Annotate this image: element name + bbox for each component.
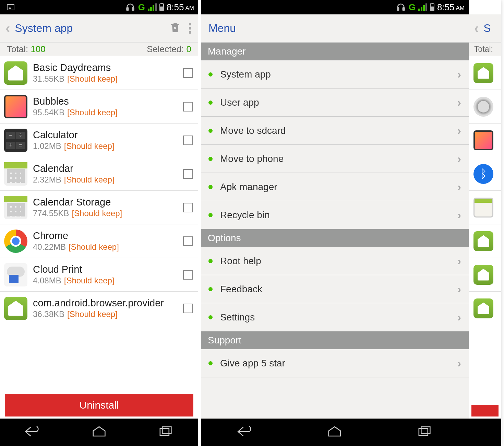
app-checkbox[interactable] (183, 236, 193, 246)
network-type: G (138, 2, 145, 13)
app-row[interactable]: Cloud Print4.08MB[Should keep] (0, 258, 198, 292)
app-size: 774.55KB (33, 209, 69, 218)
signal-icon (418, 3, 427, 11)
menu-item-label: System app (220, 69, 457, 80)
nav-home-button[interactable] (90, 425, 108, 440)
nav-back-button[interactable] (237, 425, 254, 440)
nav-home-button[interactable] (326, 425, 344, 440)
app-row[interactable]: Calendar Storage774.55KB[Should keep] (0, 191, 198, 224)
bullet-icon (208, 72, 213, 77)
menu-item[interactable]: Move to sdcard› (201, 117, 469, 145)
app-size: 1.02MB (33, 141, 61, 151)
menu-item[interactable]: Root help› (201, 247, 469, 275)
app-header: ‹ System app (0, 14, 198, 43)
app-row-peek[interactable] (469, 191, 501, 224)
menu-item-label: Give app 5 star (220, 358, 457, 369)
chevron-right-icon: › (457, 310, 461, 324)
nav-back-button[interactable] (24, 425, 42, 440)
menu-item-label: Recycle bin (220, 210, 457, 221)
app-row-peek[interactable] (469, 56, 501, 90)
menu-item-label: Root help (220, 256, 457, 267)
image-icon (7, 4, 14, 10)
nav-recent-button[interactable] (415, 425, 433, 440)
app-keep-badge: [Should keep] (64, 141, 115, 151)
background-screen-peek: ‹ S Total: ᛒ (469, 0, 501, 446)
app-name: Bubbles (33, 96, 180, 107)
app-row[interactable]: −÷+=Calculator1.02MB[Should keep] (0, 124, 198, 157)
app-checkbox[interactable] (183, 203, 193, 212)
app-row[interactable]: Calendar2.32MB[Should keep] (0, 157, 198, 191)
chevron-right-icon: › (457, 254, 461, 268)
app-size: 36.38KB (33, 309, 64, 319)
app-keep-badge: [Should keep] (64, 175, 115, 184)
battery-icon (159, 3, 164, 11)
app-row[interactable]: com.android.browser.provider36.38KB[Shou… (0, 292, 198, 325)
nav-bar (0, 419, 198, 446)
svg-rect-3 (162, 427, 171, 434)
menu-item[interactable]: Move to phone› (201, 145, 469, 173)
status-bar: G 8:55 AM (201, 0, 469, 14)
app-list[interactable]: Basic Daydreams31.55KB[Should keep]Bubbl… (0, 56, 198, 394)
uninstall-button-peek[interactable] (471, 405, 499, 416)
menu-title: Menu (208, 22, 463, 35)
app-name: Calculator (33, 129, 180, 141)
menu-item[interactable]: Feedback› (201, 275, 469, 303)
menu-item[interactable]: Settings› (201, 303, 469, 331)
selected-label: Selected: (147, 44, 184, 55)
uninstall-button[interactable]: Uninstall (5, 394, 193, 416)
bullet-icon (208, 101, 213, 105)
app-checkbox[interactable] (183, 136, 193, 145)
app-checkbox[interactable] (183, 270, 193, 280)
app-checkbox[interactable] (183, 102, 193, 112)
app-keep-badge: [Should keep] (72, 209, 122, 218)
menu-item[interactable]: User app› (201, 89, 469, 117)
selected-value: 0 (187, 44, 191, 55)
menu-item-label: Settings (220, 312, 457, 323)
app-row[interactable]: Chrome40.22MB[Should keep] (0, 224, 198, 258)
bullet-icon (208, 213, 213, 217)
clock-time: 8:55 (167, 2, 184, 13)
svg-rect-0 (127, 8, 128, 10)
app-row-peek[interactable] (469, 90, 501, 124)
menu-item[interactable]: Give app 5 star› (201, 349, 469, 377)
clock-ampm: AM (185, 5, 194, 12)
app-row-peek[interactable] (469, 258, 501, 292)
back-button[interactable]: ‹ (5, 21, 10, 36)
app-row-peek[interactable] (469, 224, 501, 258)
svg-rect-1 (132, 8, 134, 10)
app-checkbox[interactable] (183, 68, 193, 78)
app-row-peek[interactable] (469, 124, 501, 157)
app-row-peek[interactable] (469, 292, 501, 325)
menu-item[interactable]: System app› (201, 60, 469, 89)
menu-item[interactable]: Apk manager› (201, 173, 469, 201)
app-row-peek[interactable]: ᛒ (469, 157, 501, 191)
menu-item-label: User app (220, 97, 457, 108)
network-type: G (409, 2, 416, 13)
menu-item[interactable]: Recycle bin› (201, 201, 469, 229)
back-button[interactable]: ‹ (474, 21, 479, 36)
app-size: 2.32MB (33, 175, 61, 184)
app-checkbox[interactable] (183, 169, 193, 179)
status-bar: G 8:55 AM (0, 0, 198, 14)
bullet-icon (208, 315, 213, 319)
headphone-icon (125, 2, 135, 12)
trash-button[interactable] (169, 21, 181, 35)
headphone-icon (396, 2, 406, 12)
clock-time: 8:55 (437, 2, 455, 13)
menu-section-header: Manager (201, 43, 469, 60)
app-checkbox[interactable] (183, 304, 193, 313)
chevron-right-icon: › (457, 68, 461, 81)
app-row[interactable]: Bubbles95.54KB[Should keep] (0, 90, 198, 124)
overflow-menu-button[interactable] (188, 22, 193, 35)
app-row[interactable]: Basic Daydreams31.55KB[Should keep] (0, 56, 198, 90)
nav-bar (201, 419, 469, 446)
menu-item-label: Move to sdcard (220, 125, 457, 136)
app-name: Basic Daydreams (33, 62, 180, 73)
nav-recent-button[interactable] (156, 425, 174, 440)
svg-rect-4 (397, 8, 399, 10)
svg-rect-6 (419, 429, 428, 435)
chevron-right-icon: › (457, 96, 461, 109)
menu-item-label: Apk manager (220, 181, 457, 192)
menu-list[interactable]: ManagerSystem app›User app›Move to sdcar… (201, 43, 469, 419)
battery-icon (430, 3, 434, 11)
